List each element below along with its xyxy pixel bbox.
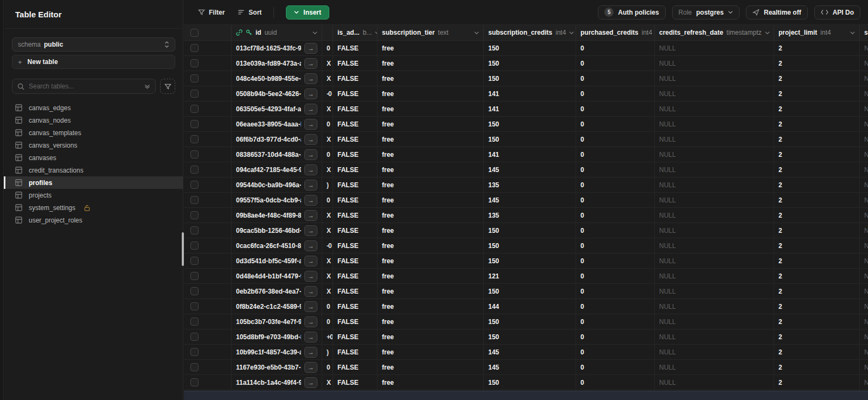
- sidebar-item-projects[interactable]: projects: [4, 189, 183, 201]
- cell-purchased-credits[interactable]: 0: [576, 117, 655, 131]
- cell-credits-refresh-date[interactable]: NULL: [655, 177, 774, 192]
- expand-row-button[interactable]: →: [304, 73, 317, 84]
- row-checkbox[interactable]: [190, 272, 199, 280]
- cell-subscription-tier[interactable]: free: [378, 253, 484, 268]
- cell-purchased-credits[interactable]: 0: [576, 269, 655, 283]
- cell-id[interactable]: 11a114cb-1a4c-49f4-9b28-52219ec...→: [232, 375, 322, 390]
- cell-credits-refresh-date[interactable]: NULL: [655, 132, 774, 147]
- cell-is-admin[interactable]: FALSE: [333, 193, 378, 207]
- cell-is-admin[interactable]: FALSE: [333, 223, 378, 238]
- row-checkbox[interactable]: [190, 211, 199, 219]
- cell-project-limit[interactable]: 2: [774, 193, 860, 207]
- cell-credits-refresh-date[interactable]: NULL: [655, 86, 774, 101]
- row-checkbox[interactable]: [190, 257, 199, 265]
- cell-subscription-credits[interactable]: 145: [484, 345, 576, 359]
- sidebar-item-system_settings[interactable]: system_settings: [4, 201, 183, 214]
- cell-subscription-tier[interactable]: free: [378, 86, 484, 101]
- cell-is-admin[interactable]: FALSE: [333, 375, 378, 390]
- cell-credits-refresh-date[interactable]: NULL: [655, 253, 774, 268]
- cell-id[interactable]: 08386537-10d4-488a-a11e-eb5a6...→: [232, 147, 322, 162]
- cell-project-limit[interactable]: 2: [774, 345, 860, 359]
- cell-is-admin[interactable]: FALSE: [333, 117, 378, 131]
- cell-project-limit[interactable]: 2: [774, 71, 860, 86]
- row-checkbox[interactable]: [190, 242, 199, 250]
- row-checkbox[interactable]: [190, 105, 199, 113]
- cell-subscription-tier[interactable]: free: [378, 71, 484, 86]
- cell-id[interactable]: 09557f5a-0dcb-4cb9-a6fb-fff366...→: [232, 193, 322, 207]
- expand-row-button[interactable]: →: [304, 286, 317, 297]
- cell-purchased-credits[interactable]: 0: [576, 162, 655, 177]
- cell-purchased-credits[interactable]: 0: [576, 299, 655, 314]
- cell-id[interactable]: 105bc3b7-03fe-4e7f-9efa-21bb40...→: [232, 314, 322, 329]
- row-checkbox[interactable]: [190, 302, 199, 310]
- column-header-project_limit[interactable]: project_limitint4: [774, 25, 860, 40]
- cell-subscription-tier[interactable]: free: [378, 238, 484, 253]
- cell-project-limit[interactable]: 2: [774, 253, 860, 268]
- column-header-purchased_credits[interactable]: purchased_creditsint4: [576, 25, 655, 40]
- expand-row-button[interactable]: →: [304, 88, 317, 99]
- cell-is-admin[interactable]: FALSE: [333, 162, 378, 177]
- cell-project-limit[interactable]: 2: [774, 86, 860, 101]
- cell-project-limit[interactable]: 2: [774, 162, 860, 177]
- cell-subscription-credits[interactable]: 141: [484, 86, 576, 101]
- cell-project-limit[interactable]: 2: [774, 238, 860, 253]
- cell-credits-refresh-date[interactable]: NULL: [655, 284, 774, 299]
- cell-credits-refresh-date[interactable]: NULL: [655, 238, 774, 253]
- cell-id[interactable]: 09b8ae4e-f48c-4f89-8a8c-1629b...→: [232, 208, 322, 223]
- expand-row-button[interactable]: →: [304, 301, 317, 312]
- cell-purchased-credits[interactable]: 0: [576, 177, 655, 192]
- column-header-subscription_credits[interactable]: subscription_creditsint4: [484, 25, 576, 40]
- cell-subscription-tier[interactable]: free: [378, 314, 484, 329]
- row-checkbox[interactable]: [190, 135, 199, 143]
- sidebar-item-canvases[interactable]: canvases: [4, 151, 183, 164]
- expand-row-button[interactable]: →: [304, 210, 317, 221]
- cell-subscription-credits[interactable]: 150: [484, 41, 576, 55]
- cell-id[interactable]: 105d8bf9-e703-49bd-807d-645e...→: [232, 329, 322, 344]
- cell-subscription-tier[interactable]: free: [378, 117, 484, 131]
- sidebar-item-canvas_edges[interactable]: canvas_edges: [4, 101, 183, 114]
- cell-credits-refresh-date[interactable]: NULL: [655, 56, 774, 71]
- cell-purchased-credits[interactable]: 0: [576, 238, 655, 253]
- expand-row-button[interactable]: →: [304, 58, 317, 69]
- cell-is-admin[interactable]: FALSE: [333, 101, 378, 116]
- cell-id[interactable]: 013cf78d-1625-43fc-9961-442189...→: [232, 41, 322, 55]
- cell-credits-refresh-date[interactable]: NULL: [655, 162, 774, 177]
- cell-project-limit[interactable]: 2: [774, 41, 860, 55]
- expand-row-button[interactable]: →: [304, 271, 317, 282]
- cell-subscription-tier[interactable]: free: [378, 360, 484, 374]
- cell-purchased-credits[interactable]: 0: [576, 375, 655, 390]
- cell-is-admin[interactable]: FALSE: [333, 360, 378, 374]
- cell-is-admin[interactable]: FALSE: [333, 284, 378, 299]
- expand-row-button[interactable]: →: [304, 240, 317, 251]
- cell-subscription-tier[interactable]: free: [378, 329, 484, 344]
- cell-is-admin[interactable]: FALSE: [333, 253, 378, 268]
- realtime-toggle-button[interactable]: Realtime off: [746, 5, 808, 20]
- sidebar-item-canvas_nodes[interactable]: canvas_nodes: [4, 114, 183, 126]
- cell-is-admin[interactable]: FALSE: [333, 132, 378, 147]
- expand-row-button[interactable]: →: [304, 104, 317, 115]
- expand-row-button[interactable]: →: [304, 377, 317, 388]
- row-checkbox[interactable]: [190, 44, 199, 52]
- cell-is-admin[interactable]: FALSE: [333, 299, 378, 314]
- cell-project-limit[interactable]: 2: [774, 101, 860, 116]
- cell-subscription-credits[interactable]: 150: [484, 56, 576, 71]
- row-checkbox[interactable]: [190, 226, 199, 234]
- expand-row-button[interactable]: →: [304, 180, 317, 191]
- cell-purchased-credits[interactable]: 0: [576, 314, 655, 329]
- cell-id[interactable]: 06eaee33-8905-4aaa-b121-ab552...→: [232, 117, 322, 131]
- cell-project-limit[interactable]: 2: [774, 208, 860, 223]
- row-checkbox[interactable]: [190, 363, 199, 371]
- cell-is-admin[interactable]: FALSE: [333, 314, 378, 329]
- cell-project-limit[interactable]: 2: [774, 56, 860, 71]
- cell-subscription-credits[interactable]: 150: [484, 253, 576, 268]
- cell-subscription-credits[interactable]: 145: [484, 193, 576, 207]
- schema-select[interactable]: schema public: [12, 37, 175, 52]
- cell-project-limit[interactable]: 2: [774, 360, 860, 374]
- cell-is-admin[interactable]: FALSE: [333, 329, 378, 344]
- cell-credits-refresh-date[interactable]: NULL: [655, 314, 774, 329]
- row-checkbox[interactable]: [190, 90, 199, 98]
- cell-subscription-credits[interactable]: 135: [484, 208, 576, 223]
- cell-subscription-tier[interactable]: free: [378, 208, 484, 223]
- cell-credits-refresh-date[interactable]: NULL: [655, 101, 774, 116]
- cell-subscription-tier[interactable]: free: [378, 345, 484, 359]
